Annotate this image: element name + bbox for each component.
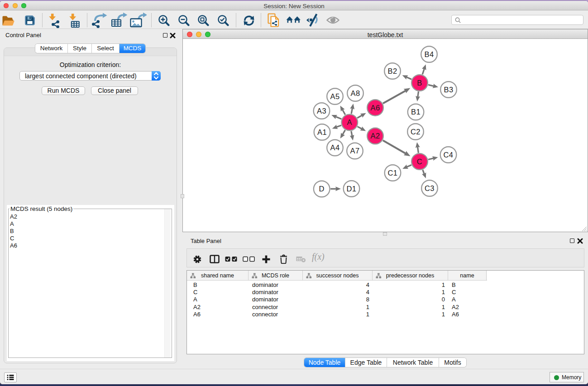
svg-text:B1: B1 (411, 108, 421, 116)
svg-text:C4: C4 (444, 151, 454, 159)
svg-text:A8: A8 (351, 89, 360, 97)
svg-text:A2: A2 (371, 132, 380, 140)
svg-text:C2: C2 (411, 128, 421, 136)
svg-text:A3: A3 (317, 107, 326, 115)
svg-text:A: A (347, 118, 352, 126)
svg-text:A7: A7 (350, 147, 360, 155)
svg-text:C1: C1 (388, 169, 398, 177)
svg-text:A6: A6 (371, 104, 380, 112)
svg-text:B: B (417, 79, 422, 87)
svg-text:B3: B3 (444, 86, 454, 94)
svg-text:A1: A1 (317, 128, 327, 136)
svg-text:D: D (319, 185, 325, 193)
svg-text:A5: A5 (330, 92, 340, 100)
svg-text:A4: A4 (330, 143, 340, 152)
svg-text:B4: B4 (425, 50, 434, 58)
svg-text:C: C (417, 157, 422, 166)
svg-text:B2: B2 (388, 67, 397, 75)
svg-text:D1: D1 (347, 185, 357, 193)
svg-text:C3: C3 (425, 184, 435, 192)
